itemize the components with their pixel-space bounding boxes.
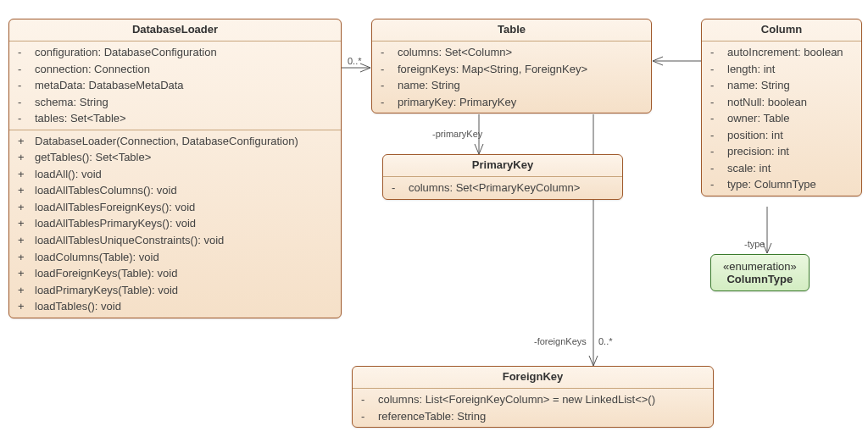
assoc-primarykey-label: -primaryKey xyxy=(432,129,482,139)
class-database-loader: DatabaseLoader -configuration: DatabaseC… xyxy=(8,19,342,318)
class-table: Table -columns: Set<Column> -foreignKeys… xyxy=(371,19,652,113)
operations-section: +DatabaseLoader(Connection, DatabaseConf… xyxy=(9,130,341,318)
attributes-section: -columns: List<ForeignKeyColumn> = new L… xyxy=(353,389,713,427)
attributes-section: -configuration: DatabaseConfiguration -c… xyxy=(9,41,341,130)
class-title: ColumnType xyxy=(723,273,797,285)
class-title: DatabaseLoader xyxy=(9,19,341,41)
attributes-section: -autoIncrement: boolean -length: int -na… xyxy=(702,41,861,196)
class-title: ForeignKey xyxy=(353,367,713,389)
multiplicity-label: 0..* xyxy=(348,56,362,66)
enum-column-type: «enumeration» ColumnType xyxy=(710,254,810,291)
class-column: Column -autoIncrement: boolean -length: … xyxy=(701,19,862,196)
class-title: Table xyxy=(372,19,651,41)
multiplicity-label: 0..* xyxy=(598,336,613,346)
attributes-section: -columns: Set<PrimaryKeyColumn> xyxy=(383,177,622,199)
assoc-foreignkeys-label: -foreignKeys xyxy=(534,336,587,346)
class-title: PrimaryKey xyxy=(383,155,622,177)
class-primary-key: PrimaryKey -columns: Set<PrimaryKeyColum… xyxy=(382,154,623,200)
assoc-type-label: -type xyxy=(744,239,765,249)
stereotype-label: «enumeration» xyxy=(723,260,797,273)
attributes-section: -columns: Set<Column> -foreignKeys: Map<… xyxy=(372,41,651,113)
class-title: Column xyxy=(702,19,861,41)
class-foreign-key: ForeignKey -columns: List<ForeignKeyColu… xyxy=(352,366,714,428)
